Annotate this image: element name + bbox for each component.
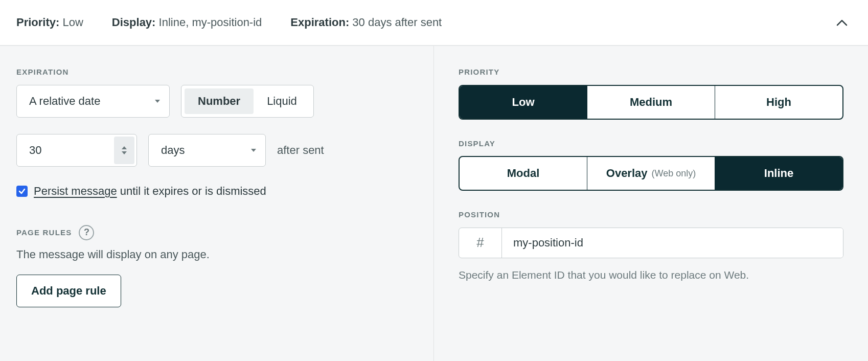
summary-display: Display: Inline, my-position-id: [112, 14, 262, 31]
position-input-wrap: #: [459, 228, 843, 258]
display-option-modal[interactable]: Modal: [460, 157, 587, 190]
position-input[interactable]: [502, 228, 843, 258]
caret-down-icon: [155, 100, 160, 103]
summary-expiration-value: 30 days after sent: [352, 16, 442, 29]
page-rules-description: The message will display on any page.: [16, 246, 417, 263]
priority-option-low[interactable]: Low: [460, 86, 587, 119]
persist-label: Persist message until it expires or is d…: [34, 183, 266, 199]
expiration-mode-value: A relative date: [29, 93, 100, 109]
summary-priority-value: Low: [62, 16, 83, 29]
persist-label-tail: until it expires or is dismissed: [117, 185, 266, 197]
expiration-unit-value: days: [161, 142, 185, 159]
display-option-overlay-label: Overlay: [606, 165, 648, 182]
priority-section-label: PRIORITY: [459, 66, 843, 78]
help-icon[interactable]: ?: [79, 225, 94, 240]
position-section-label: POSITION: [459, 209, 843, 220]
expiration-section-label: EXPIRATION: [16, 66, 417, 78]
persist-label-link[interactable]: Persist message: [34, 185, 117, 197]
settings-panel: EXPIRATION A relative date Number Liquid…: [0, 46, 868, 361]
add-page-rule-button[interactable]: Add page rule: [16, 275, 121, 307]
expiration-type-liquid[interactable]: Liquid: [254, 88, 310, 114]
caret-down-icon: [251, 149, 256, 152]
summary-expiration-label: Expiration:: [290, 16, 349, 29]
summary-priority: Priority: Low: [16, 14, 83, 31]
summary-display-label: Display:: [112, 16, 156, 29]
display-option-overlay[interactable]: Overlay (Web only): [587, 157, 715, 190]
expiration-after-text: after sent: [277, 142, 324, 159]
left-column: EXPIRATION A relative date Number Liquid…: [0, 46, 434, 361]
display-option-inline[interactable]: Inline: [715, 157, 842, 190]
summary-expiration: Expiration: 30 days after sent: [290, 14, 442, 31]
stepper-up-icon: [122, 146, 127, 149]
expiration-number-input[interactable]: [29, 144, 108, 157]
priority-option-high[interactable]: High: [715, 86, 842, 119]
right-column: PRIORITY Low Medium High DISPLAY Modal O…: [434, 46, 868, 361]
priority-option-medium[interactable]: Medium: [587, 86, 715, 119]
display-section-label: DISPLAY: [459, 138, 843, 149]
position-help-text: Specify an Element ID that you would lik…: [459, 267, 806, 283]
display-segment: Modal Overlay (Web only) Inline: [459, 156, 843, 191]
summary-priority-label: Priority:: [16, 16, 59, 29]
summary-header: Priority: Low Display: Inline, my-positi…: [0, 0, 868, 46]
position-prefix: #: [459, 228, 502, 258]
persist-checkbox[interactable]: [16, 186, 28, 197]
expiration-type-number[interactable]: Number: [185, 88, 254, 114]
display-option-overlay-sub: (Web only): [652, 167, 696, 180]
expiration-type-segment: Number Liquid: [181, 85, 314, 118]
priority-segment: Low Medium High: [459, 85, 843, 120]
page-rules-section-label: PAGE RULES: [16, 227, 72, 238]
summary-display-value: Inline, my-position-id: [159, 16, 262, 29]
expiration-number-field[interactable]: [16, 134, 137, 167]
expiration-unit-select[interactable]: days: [148, 134, 266, 167]
stepper-down-icon: [122, 151, 127, 154]
number-stepper[interactable]: [114, 137, 134, 164]
expiration-mode-select[interactable]: A relative date: [16, 85, 170, 118]
collapse-toggle-icon[interactable]: [836, 14, 848, 31]
persist-checkbox-row: Persist message until it expires or is d…: [16, 183, 417, 199]
